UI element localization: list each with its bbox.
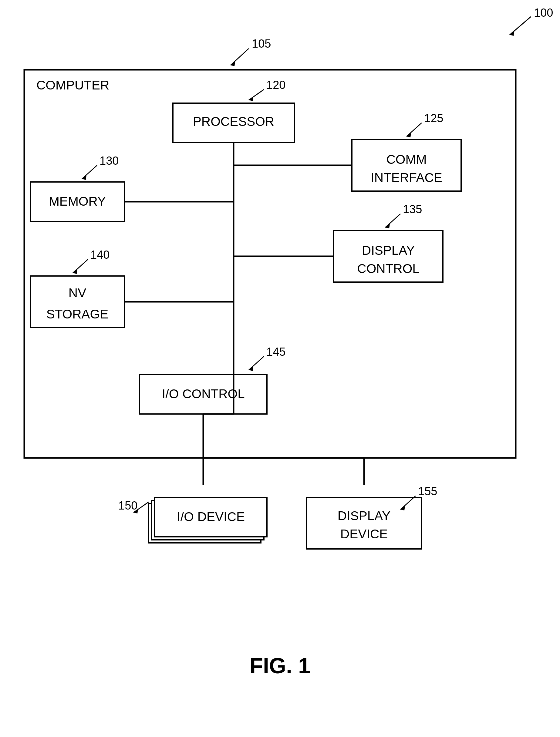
ref-100: 100	[534, 6, 553, 19]
svg-marker-14	[82, 175, 86, 180]
svg-marker-18	[385, 224, 390, 228]
ref-105: 105	[252, 37, 271, 50]
svg-line-9	[407, 123, 422, 137]
processor-label: PROCESSOR	[193, 114, 274, 129]
svg-marker-3	[231, 62, 235, 66]
ref-145: 145	[266, 346, 285, 358]
ref-140: 140	[90, 249, 110, 261]
ref-150: 150	[118, 499, 137, 512]
svg-marker-39	[400, 506, 405, 510]
io-device-label: I/O DEVICE	[177, 509, 245, 524]
svg-line-17	[385, 214, 400, 228]
comm-interface-label-line1: COMM	[386, 152, 427, 167]
comm-interface-label-line2: INTERFACE	[371, 171, 442, 185]
io-control-label: I/O CONTROL	[162, 387, 245, 401]
svg-line-25	[249, 357, 264, 370]
svg-rect-40	[306, 497, 422, 549]
display-device-label-line2: DEVICE	[340, 527, 388, 541]
svg-marker-10	[407, 133, 411, 137]
ref-130: 130	[100, 154, 119, 167]
svg-marker-6	[249, 96, 253, 101]
svg-marker-1	[510, 31, 514, 36]
display-device-label-line1: DISPLAY	[338, 509, 390, 523]
computer-label: COMPUTER	[36, 78, 109, 92]
figure-label: FIG. 1	[250, 654, 310, 678]
svg-marker-26	[249, 367, 253, 371]
svg-line-2	[231, 49, 249, 65]
display-control-label-line1: DISPLAY	[362, 243, 415, 258]
diagram-container: 100 105 COMPUTER 120 PROCESSOR 125 COMM …	[0, 0, 560, 737]
ref-125: 125	[424, 112, 443, 125]
ref-120: 120	[266, 79, 285, 91]
memory-label: MEMORY	[49, 194, 106, 208]
nv-storage-label-line1: NV	[69, 286, 86, 300]
svg-line-21	[73, 259, 88, 273]
svg-line-0	[510, 17, 531, 35]
ref-135: 135	[403, 203, 422, 216]
svg-line-13	[82, 165, 97, 179]
nv-storage-label-line2: STORAGE	[46, 307, 109, 321]
svg-marker-22	[73, 269, 77, 274]
display-control-label-line2: CONTROL	[357, 262, 419, 276]
ref-155: 155	[418, 485, 437, 498]
